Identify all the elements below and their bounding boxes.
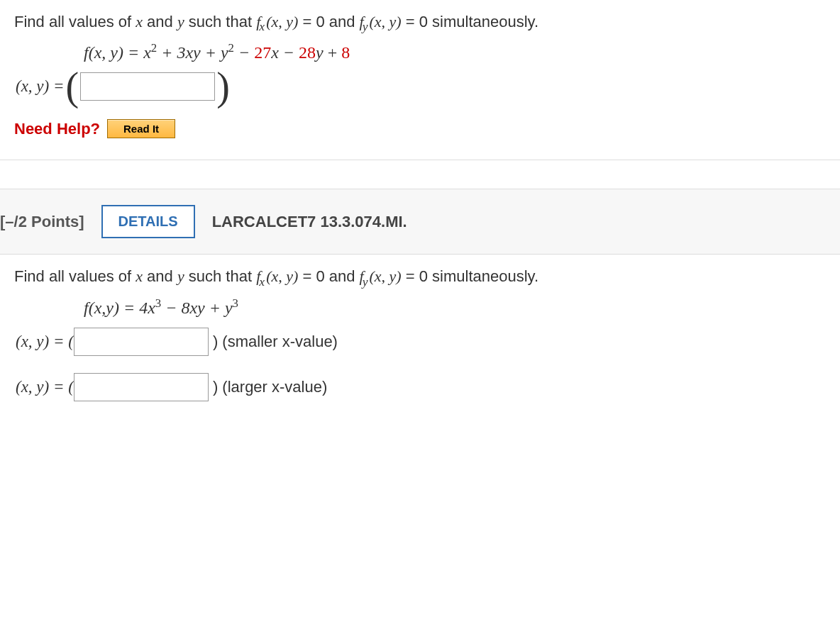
q1-answer-input[interactable] — [80, 72, 215, 101]
text: − — [234, 43, 254, 62]
var-y: y — [177, 267, 184, 285]
exp: 3 — [155, 296, 161, 310]
text: x — [143, 43, 151, 62]
var-y: y — [177, 13, 184, 30]
var-x: x — [136, 13, 143, 30]
points-label: [–/2 Points] — [0, 213, 84, 231]
q2-answer-input-1[interactable] — [74, 328, 209, 356]
q2-answer-input-2[interactable] — [74, 373, 209, 401]
text: and — [143, 13, 177, 30]
read-it-button[interactable]: Read It — [107, 119, 175, 138]
text: Find all values of — [14, 267, 136, 285]
exp: 2 — [151, 41, 157, 55]
text: = 0 simultaneously. — [402, 267, 538, 285]
q2-prompt: Find all values of x and y such that fx(… — [14, 267, 826, 289]
details-button[interactable]: DETAILS — [101, 205, 195, 238]
var-x: x — [136, 267, 143, 285]
q1-answer-row: (x, y) = ( ) — [14, 72, 826, 101]
text: − 8xy + — [161, 299, 225, 317]
q1-prompt: Find all values of x and y such that fx(… — [14, 13, 826, 34]
text: 4x — [139, 299, 155, 317]
text: Find all values of — [14, 13, 136, 30]
answer-label: (x, y) = — [16, 77, 65, 96]
text: such that — [184, 267, 257, 285]
text: = 0 simultaneously. — [402, 13, 538, 30]
const-8: 8 — [341, 43, 350, 62]
q1-formula: f(x, y) = x2 + 3xy + y2 − 27x − 28y + 8 — [84, 41, 826, 62]
text: f(x,y) = — [84, 299, 139, 317]
question-reference: LARCALCET7 13.3.074.MI. — [212, 213, 407, 231]
answer-label: (x, y) = ( — [16, 333, 74, 351]
exp: 2 — [228, 41, 234, 55]
text: f(x, y) = — [84, 43, 143, 62]
exp: 3 — [233, 296, 238, 310]
text: + 3xy + — [157, 43, 221, 62]
coef-27: 27 — [254, 43, 271, 62]
question-2-header: [–/2 Points] DETAILS LARCALCET7 13.3.074… — [0, 189, 840, 255]
question-1: Find all values of x and y such that fx(… — [0, 0, 840, 160]
q2-answer-row-1: (x, y) = ( ) (smaller x-value) — [14, 328, 826, 356]
text: − — [279, 43, 299, 62]
hint-smaller-x: ) (smaller x-value) — [213, 333, 338, 351]
hint-larger-x: ) (larger x-value) — [213, 378, 327, 396]
text: y — [225, 299, 233, 317]
text: such that — [184, 13, 257, 30]
coef-28: 28 — [299, 43, 316, 62]
q2-answer-row-2: (x, y) = ( ) (larger x-value) — [14, 373, 826, 401]
fx-symbol: fx(x, y) — [256, 267, 298, 285]
fy-symbol: fy(x, y) — [360, 13, 402, 30]
text: = 0 and — [298, 13, 359, 30]
fy-symbol: fy(x, y) — [360, 267, 402, 285]
question-2: Find all values of x and y such that fx(… — [0, 255, 840, 439]
text: = 0 and — [298, 267, 359, 285]
need-help-label: Need Help? — [14, 120, 100, 138]
fx-symbol: fx(x, y) — [256, 13, 298, 30]
text: y — [221, 43, 228, 62]
text: and — [143, 267, 177, 285]
q2-formula: f(x,y) = 4x3 − 8xy + y3 — [84, 296, 826, 318]
need-help-row: Need Help? Read It — [14, 119, 826, 138]
answer-label: (x, y) = ( — [16, 378, 74, 396]
